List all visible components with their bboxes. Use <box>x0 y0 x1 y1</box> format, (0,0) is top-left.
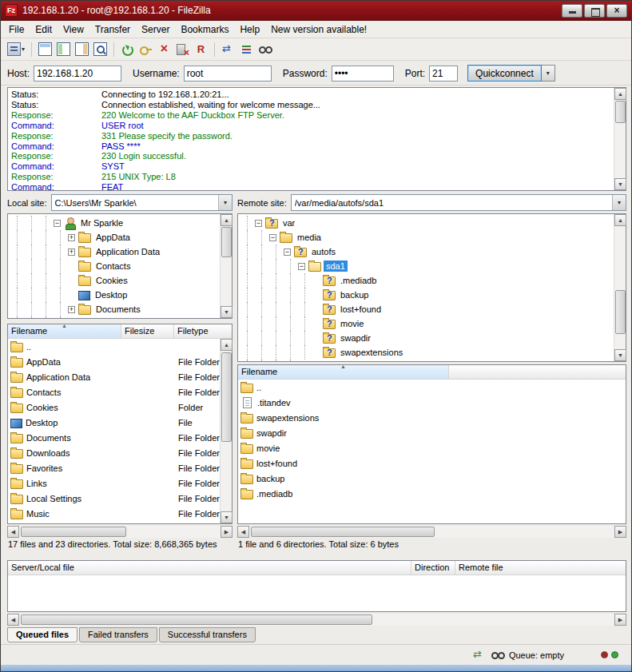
tree-item-label[interactable]: sda1 <box>324 260 348 272</box>
scroll-down-button[interactable]: ▼ <box>614 178 626 190</box>
message-log-scrollbar[interactable]: ▲ ▼ <box>614 88 626 190</box>
toggle-remote-tree-button[interactable] <box>73 40 91 58</box>
local-list-hscrollbar[interactable]: ◀ ▶ <box>7 526 233 538</box>
menu-server[interactable]: Server <box>136 22 175 38</box>
scrollbar-thumb[interactable] <box>221 227 232 257</box>
scrollbar-thumb[interactable] <box>615 101 626 123</box>
local-horizontal-splitter[interactable] <box>7 319 233 324</box>
tree-expander[interactable]: − <box>54 220 61 227</box>
host-input[interactable] <box>34 66 121 82</box>
tab-queued-files[interactable]: Queued files <box>7 627 78 642</box>
file-row[interactable]: ContactsFile Folder <box>8 384 232 400</box>
scrollbar-thumb[interactable] <box>21 614 372 625</box>
menu-view[interactable]: View <box>58 22 89 38</box>
tree-item-label[interactable]: Application Data <box>93 246 162 257</box>
quickconnect-button[interactable]: Quickconnect <box>467 65 542 82</box>
scroll-down-button[interactable]: ▼ <box>221 511 233 523</box>
column-header-server-local-file[interactable]: Server/Local file <box>8 561 411 575</box>
cancel-button[interactable] <box>155 40 173 58</box>
tab-successful-transfers[interactable]: Successful transfers <box>159 627 256 642</box>
file-row[interactable]: Local SettingsFile Folder <box>8 491 232 506</box>
file-row[interactable]: DocumentsFile Folder <box>8 430 232 445</box>
local-site-input[interactable] <box>52 195 218 210</box>
file-row[interactable]: lost+found <box>238 455 626 471</box>
remote-horizontal-splitter[interactable] <box>237 362 626 364</box>
tree-item-label[interactable]: lost+found <box>338 304 384 315</box>
scroll-up-button[interactable]: ▲ <box>614 214 626 226</box>
reconnect-button[interactable] <box>192 40 210 58</box>
tree-item-label[interactable]: movie <box>338 318 366 329</box>
process-queue-button[interactable] <box>137 40 155 58</box>
tree-item-label[interactable]: media <box>295 232 324 243</box>
queue-hscrollbar[interactable]: ◀ ▶ <box>7 614 626 626</box>
menu-file[interactable]: File <box>3 22 30 38</box>
toggle-message-log-button[interactable] <box>36 40 54 58</box>
remote-site-input[interactable] <box>292 195 612 210</box>
tree-expander[interactable]: + <box>68 234 75 241</box>
maximize-button[interactable] <box>584 4 605 18</box>
scrollbar-thumb[interactable] <box>251 527 435 537</box>
column-header-filetype[interactable]: Filetype <box>174 324 232 338</box>
refresh-button[interactable] <box>118 40 137 58</box>
tree-expander[interactable]: + <box>68 306 75 313</box>
file-row[interactable]: movie <box>238 440 626 455</box>
toggle-queue-button[interactable] <box>91 40 109 58</box>
tree-item-label[interactable]: swapextensions <box>338 347 405 358</box>
synchronized-browsing-button[interactable] <box>219 40 237 58</box>
file-row[interactable]: backup <box>238 471 626 486</box>
tree-expander[interactable]: − <box>269 234 276 241</box>
file-row[interactable]: LinksFile Folder <box>8 475 232 491</box>
menu-new-version-available[interactable]: New version available! <box>265 22 372 38</box>
queue-splitter[interactable] <box>7 554 626 560</box>
scroll-left-button[interactable]: ◀ <box>7 526 19 538</box>
tree-expander[interactable]: − <box>298 263 305 270</box>
tree-item-label[interactable]: .mediadb <box>338 275 379 286</box>
scrollbar-thumb[interactable] <box>221 352 232 442</box>
tree-expander[interactable]: − <box>255 220 262 227</box>
scroll-right-button[interactable]: ▶ <box>221 526 233 538</box>
combo-dropdown-icon[interactable]: ▾ <box>612 195 626 210</box>
file-row[interactable]: MusicFile Folder <box>8 506 232 521</box>
file-row[interactable]: AppDataFile Folder <box>8 354 232 369</box>
scroll-up-button[interactable]: ▲ <box>614 88 626 100</box>
remote-site-combobox[interactable]: ▾ <box>291 194 626 211</box>
tree-item-label[interactable]: var <box>280 217 297 229</box>
file-row[interactable]: CookiesFolder <box>8 400 232 415</box>
local-list-scrollbar[interactable]: ▲ ▼ <box>220 339 232 523</box>
disconnect-button[interactable] <box>173 40 192 58</box>
scroll-up-button[interactable]: ▲ <box>221 214 233 226</box>
file-row[interactable]: .titandev <box>238 395 626 410</box>
tree-expander[interactable]: − <box>284 249 291 256</box>
tree-item-label[interactable]: autofs <box>309 246 338 257</box>
file-row[interactable]: FavoritesFile Folder <box>8 460 232 475</box>
scrollbar-thumb[interactable] <box>21 527 126 537</box>
close-button[interactable]: × <box>606 4 627 18</box>
tree-item-label[interactable]: swapdir <box>338 332 373 344</box>
tab-failed-transfers[interactable]: Failed transfers <box>79 627 157 642</box>
directory-comparison-button[interactable] <box>237 40 256 58</box>
file-row[interactable]: .mediadb <box>238 486 626 501</box>
username-input[interactable] <box>184 66 272 82</box>
tree-item-label[interactable]: AppData <box>93 232 133 243</box>
tree-item-label[interactable]: Documents <box>93 304 143 315</box>
toggle-local-tree-button[interactable] <box>54 40 73 58</box>
file-row[interactable]: DesktopFile <box>8 415 232 430</box>
tree-item-label[interactable]: backup <box>338 289 371 300</box>
column-header-direction[interactable]: Direction <box>411 561 455 575</box>
tree-item-label[interactable]: Desktop <box>93 289 129 300</box>
scroll-right-button[interactable]: ▶ <box>614 526 626 538</box>
scrollbar-thumb[interactable] <box>615 290 626 334</box>
menu-edit[interactable]: Edit <box>30 22 58 38</box>
local-tree-scrollbar[interactable]: ▲ ▼ <box>220 214 232 318</box>
column-header-filesize[interactable]: Filesize <box>121 324 174 338</box>
column-header-filename[interactable]: ▲ Filename <box>8 324 121 338</box>
synchronized-browsing-indicator-icon[interactable] <box>472 648 486 662</box>
scroll-down-button[interactable]: ▼ <box>614 349 626 361</box>
site-manager-button[interactable]: ▾ <box>5 40 27 58</box>
scroll-down-button[interactable]: ▼ <box>221 306 233 318</box>
column-header-filename[interactable]: ▲ Filename <box>238 365 449 379</box>
local-site-combobox[interactable]: ▾ <box>51 194 233 211</box>
column-header-remote-file[interactable]: Remote file <box>455 561 626 575</box>
file-row[interactable]: Application DataFile Folder <box>8 369 232 384</box>
combo-dropdown-icon[interactable]: ▾ <box>218 195 232 210</box>
